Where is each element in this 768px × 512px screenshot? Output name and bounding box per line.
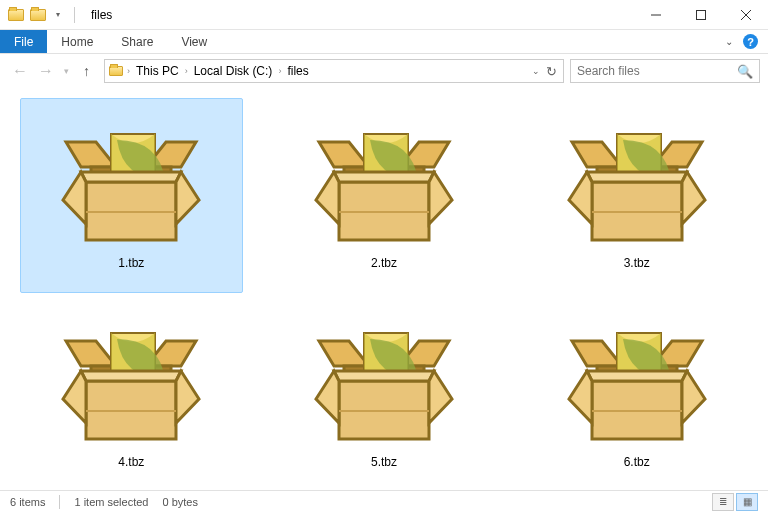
search-box[interactable]: 🔍 bbox=[570, 59, 760, 83]
refresh-icon[interactable]: ↻ bbox=[546, 64, 557, 79]
address-bar[interactable]: › This PC › Local Disk (C:) › files ⌄ ↻ bbox=[104, 59, 564, 83]
archive-icon bbox=[567, 122, 707, 252]
status-item-count: 6 items bbox=[10, 496, 45, 508]
file-label: 4.tbz bbox=[118, 455, 144, 469]
status-bar: 6 items 1 item selected 0 bytes ≣ ▦ bbox=[0, 490, 768, 512]
window-title: files bbox=[91, 8, 112, 22]
minimize-button[interactable] bbox=[633, 0, 678, 30]
status-selection: 1 item selected bbox=[74, 496, 148, 508]
file-item[interactable]: 2.tbz bbox=[273, 98, 496, 293]
chevron-right-icon[interactable]: › bbox=[276, 66, 283, 76]
expand-ribbon-icon[interactable]: ⌄ bbox=[725, 36, 733, 47]
home-tab[interactable]: Home bbox=[47, 30, 107, 53]
chevron-right-icon[interactable]: › bbox=[183, 66, 190, 76]
view-tab[interactable]: View bbox=[167, 30, 221, 53]
file-label: 2.tbz bbox=[371, 256, 397, 270]
file-label: 6.tbz bbox=[624, 455, 650, 469]
back-button[interactable]: ← bbox=[12, 62, 28, 80]
archive-icon bbox=[314, 122, 454, 252]
address-dropdown[interactable]: ⌄ bbox=[532, 66, 540, 76]
up-button[interactable]: ↑ bbox=[79, 63, 94, 79]
titlebar: ▾ files bbox=[0, 0, 768, 30]
file-item[interactable]: 3.tbz bbox=[525, 98, 748, 293]
archive-icon bbox=[61, 122, 201, 252]
breadcrumb-segment[interactable]: This PC bbox=[132, 64, 183, 78]
archive-icon bbox=[567, 321, 707, 451]
file-label: 5.tbz bbox=[371, 455, 397, 469]
separator bbox=[59, 495, 60, 509]
status-size: 0 bytes bbox=[162, 496, 197, 508]
icons-view-button[interactable]: ▦ bbox=[736, 493, 758, 511]
file-item[interactable]: 6.tbz bbox=[525, 297, 748, 492]
archive-icon bbox=[314, 321, 454, 451]
folder-icon bbox=[30, 7, 46, 23]
file-item[interactable]: 1.tbz bbox=[20, 98, 243, 293]
svg-rect-1 bbox=[696, 10, 705, 19]
search-icon: 🔍 bbox=[737, 64, 753, 79]
maximize-button[interactable] bbox=[678, 0, 723, 30]
folder-icon bbox=[107, 66, 125, 76]
forward-button[interactable]: → bbox=[38, 62, 54, 80]
file-label: 1.tbz bbox=[118, 256, 144, 270]
file-item[interactable]: 4.tbz bbox=[20, 297, 243, 492]
file-grid[interactable]: 1.tbz 2.tbz 3.tbz 4.tbz 5.tbz 6.tbz bbox=[0, 88, 768, 492]
share-tab[interactable]: Share bbox=[107, 30, 167, 53]
help-icon[interactable]: ? bbox=[743, 34, 758, 49]
archive-icon bbox=[61, 321, 201, 451]
ribbon: File Home Share View ⌄ ? bbox=[0, 30, 768, 54]
close-button[interactable] bbox=[723, 0, 768, 30]
search-input[interactable] bbox=[577, 64, 737, 78]
separator bbox=[74, 7, 75, 23]
navigation-bar: ← → ▾ ↑ › This PC › Local Disk (C:) › fi… bbox=[0, 54, 768, 88]
file-tab[interactable]: File bbox=[0, 30, 47, 53]
chevron-right-icon[interactable]: › bbox=[125, 66, 132, 76]
history-dropdown[interactable]: ▾ bbox=[64, 66, 69, 76]
folder-icon bbox=[8, 7, 24, 23]
file-label: 3.tbz bbox=[624, 256, 650, 270]
breadcrumb-segment[interactable]: Local Disk (C:) bbox=[190, 64, 277, 78]
qat-dropdown[interactable]: ▾ bbox=[52, 10, 64, 19]
breadcrumb-segment[interactable]: files bbox=[283, 64, 312, 78]
file-item[interactable]: 5.tbz bbox=[273, 297, 496, 492]
details-view-button[interactable]: ≣ bbox=[712, 493, 734, 511]
